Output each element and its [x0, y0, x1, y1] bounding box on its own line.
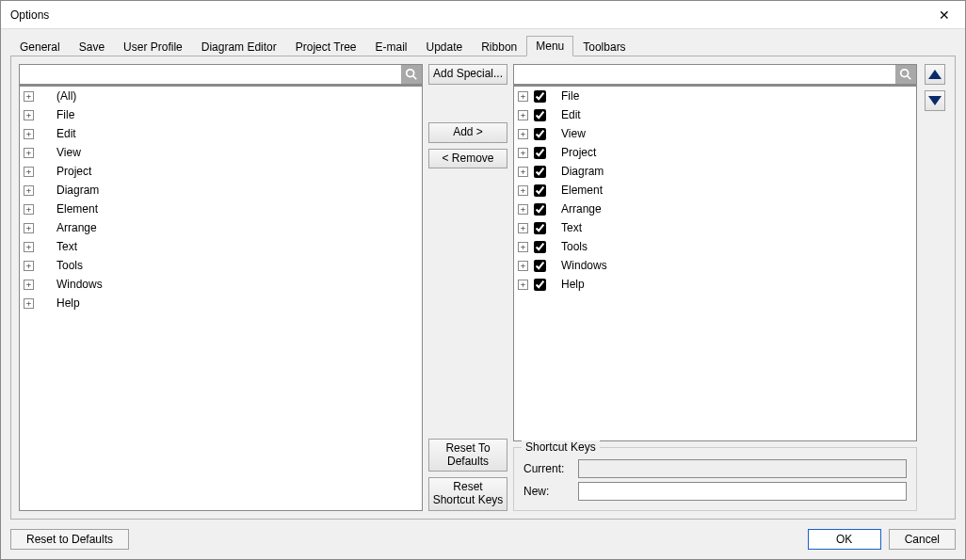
reset-to-defaults-button[interactable]: Reset To Defaults: [428, 439, 507, 472]
tree-row[interactable]: +Element: [514, 181, 916, 200]
visibility-checkbox[interactable]: [534, 184, 546, 197]
tree-row[interactable]: +Help: [514, 275, 916, 294]
visibility-checkbox[interactable]: [534, 203, 546, 216]
expand-icon[interactable]: +: [518, 223, 528, 233]
visibility-checkbox[interactable]: [534, 166, 546, 178]
expand-icon[interactable]: +: [24, 298, 34, 309]
tree-item-label: File: [552, 89, 579, 103]
expand-icon[interactable]: +: [518, 167, 528, 177]
tree-row[interactable]: +Arrange: [20, 218, 422, 237]
visibility-checkbox[interactable]: [534, 90, 546, 103]
visibility-checkbox[interactable]: [534, 241, 546, 253]
expand-icon[interactable]: +: [24, 223, 34, 233]
expand-icon[interactable]: +: [24, 167, 34, 177]
tab-user-profile[interactable]: User Profile: [114, 37, 192, 56]
move-up-button[interactable]: [925, 64, 945, 85]
right-search-input[interactable]: [514, 65, 895, 84]
available-commands-list[interactable]: +(All)+File+Edit+View+Project+Diagram+El…: [19, 84, 423, 511]
tree-item-label: View: [40, 146, 81, 159]
tree-row[interactable]: +Edit: [514, 105, 916, 124]
expand-icon[interactable]: +: [24, 204, 34, 215]
expand-icon[interactable]: +: [518, 129, 528, 139]
svg-line-3: [908, 76, 911, 80]
dialog-button-bar: Reset to Defaults OK Cancel: [10, 529, 956, 550]
remove-button[interactable]: < Remove: [428, 149, 507, 169]
add-button[interactable]: Add >: [428, 122, 507, 143]
tree-row[interactable]: +File: [20, 105, 422, 124]
visibility-checkbox[interactable]: [534, 260, 546, 272]
tree-item-label: Project: [552, 146, 596, 159]
tab-menu[interactable]: Menu: [526, 36, 573, 56]
tree-row[interactable]: +Arrange: [514, 200, 916, 218]
add-special-button[interactable]: Add Special...: [428, 64, 507, 85]
visibility-checkbox[interactable]: [534, 109, 546, 121]
tree-row[interactable]: +Help: [20, 294, 422, 312]
tree-item-label: Element: [40, 202, 98, 216]
tree-item-label: Diagram: [40, 184, 99, 197]
available-commands-column: +(All)+File+Edit+View+Project+Diagram+El…: [19, 64, 423, 511]
tree-row[interactable]: +View: [514, 124, 916, 143]
tree-row[interactable]: +Project: [20, 162, 422, 181]
content-area: GeneralSaveUser ProfileDiagram EditorPro…: [1, 29, 965, 559]
visibility-checkbox[interactable]: [534, 147, 546, 159]
right-search-button[interactable]: [895, 65, 916, 84]
tab-diagram-editor[interactable]: Diagram Editor: [192, 37, 286, 56]
expand-icon[interactable]: +: [24, 261, 34, 271]
expand-icon[interactable]: +: [518, 280, 528, 290]
tab-update[interactable]: Update: [417, 37, 473, 56]
left-search-row: [19, 64, 423, 85]
tree-row[interactable]: +Windows: [20, 275, 422, 294]
shortcut-keys-group: Shortcut Keys Current: New:: [513, 447, 917, 511]
expand-icon[interactable]: +: [24, 185, 34, 196]
tab-project-tree[interactable]: Project Tree: [286, 37, 366, 56]
left-search-button[interactable]: [401, 65, 422, 84]
reset-to-defaults-global-button[interactable]: Reset to Defaults: [10, 529, 129, 550]
tree-row[interactable]: +Diagram: [514, 162, 916, 181]
tree-row[interactable]: +Windows: [514, 256, 916, 275]
expand-icon[interactable]: +: [24, 148, 34, 158]
tree-row[interactable]: +Text: [20, 237, 422, 256]
expand-icon[interactable]: +: [518, 242, 528, 252]
expand-icon[interactable]: +: [518, 148, 528, 158]
close-icon[interactable]: ✕: [933, 8, 956, 23]
tree-row[interactable]: +Edit: [20, 124, 422, 143]
visibility-checkbox[interactable]: [534, 222, 546, 234]
expand-icon[interactable]: +: [24, 242, 34, 252]
tree-item-label: Windows: [552, 259, 607, 272]
new-shortcut-field[interactable]: [578, 482, 907, 501]
tab-general[interactable]: General: [10, 37, 70, 56]
expand-icon[interactable]: +: [518, 261, 528, 271]
reset-shortcut-keys-button[interactable]: Reset Shortcut Keys: [428, 477, 507, 511]
tree-row[interactable]: +Text: [514, 218, 916, 237]
tree-row[interactable]: +Element: [20, 200, 422, 218]
left-search-input[interactable]: [20, 65, 401, 84]
tree-row[interactable]: +Project: [514, 143, 916, 162]
visibility-checkbox[interactable]: [534, 128, 546, 140]
tree-item-label: Tools: [40, 259, 83, 272]
current-menu-list[interactable]: +File+Edit+View+Project+Diagram+Element+…: [513, 84, 917, 441]
search-icon: [899, 68, 912, 81]
visibility-checkbox[interactable]: [534, 279, 546, 291]
tab-save[interactable]: Save: [70, 37, 114, 56]
tree-row[interactable]: +File: [514, 87, 916, 105]
expand-icon[interactable]: +: [24, 110, 34, 120]
move-down-button[interactable]: [925, 90, 945, 111]
ok-button[interactable]: OK: [808, 529, 881, 550]
expand-icon[interactable]: +: [24, 280, 34, 290]
expand-icon[interactable]: +: [518, 110, 528, 120]
expand-icon[interactable]: +: [24, 129, 34, 139]
cancel-button[interactable]: Cancel: [889, 529, 956, 550]
tree-row[interactable]: +Tools: [514, 237, 916, 256]
expand-icon[interactable]: +: [518, 204, 528, 215]
new-shortcut-label: New:: [523, 485, 571, 498]
tree-row[interactable]: +Tools: [20, 256, 422, 275]
expand-icon[interactable]: +: [518, 185, 528, 196]
tree-row[interactable]: +(All): [20, 87, 422, 105]
tab-e-mail[interactable]: E-mail: [365, 37, 416, 56]
expand-icon[interactable]: +: [24, 91, 34, 102]
tab-toolbars[interactable]: Toolbars: [573, 37, 635, 56]
tree-row[interactable]: +View: [20, 143, 422, 162]
tree-row[interactable]: +Diagram: [20, 181, 422, 200]
tab-ribbon[interactable]: Ribbon: [472, 37, 526, 56]
expand-icon[interactable]: +: [518, 91, 528, 102]
